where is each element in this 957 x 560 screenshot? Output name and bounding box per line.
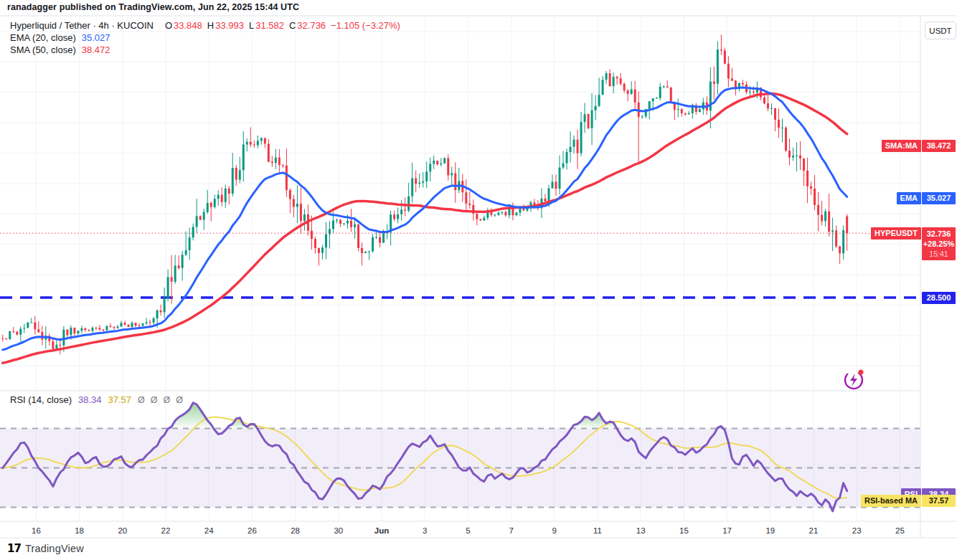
sma-price-value: 38.472	[922, 140, 956, 152]
time-axis-label: 11	[593, 526, 602, 536]
rsi-legend-row[interactable]: RSI (14, close) 38.34 37.57 ØØØØ	[10, 394, 189, 406]
rsi-empty-slots: ØØØØ	[138, 395, 189, 405]
ema-legend-row[interactable]: EMA (20, close) 35.027	[10, 32, 400, 44]
rsi-value: 38.34	[78, 394, 102, 405]
last-price-cd: 15:41	[922, 249, 956, 259]
ohlc-letter: C	[289, 19, 296, 32]
tradingview-brand[interactable]: 17 TradingView	[7, 542, 84, 555]
ohlc-letter: O	[165, 19, 172, 32]
time-axis-label: 28	[291, 526, 300, 536]
time-axis-label: 24	[204, 526, 214, 536]
rsi-empty-slot: Ø	[164, 395, 171, 405]
ema-price-badge: EMA35.027	[897, 192, 956, 204]
rsi-empty-slot: Ø	[151, 395, 158, 405]
time-axis-label: 9	[552, 526, 557, 536]
time-axis-label: 21	[809, 526, 819, 536]
ema-value: 35.027	[82, 32, 110, 44]
symbol-title: Hyperliquid / Tether · 4h · KUCOIN	[10, 19, 154, 32]
price-axis[interactable]: 44.00042.00040.00038.00036.00034.00030.0…	[921, 16, 957, 538]
ohlc-value: 33.993	[215, 19, 244, 32]
rsi-label: RSI (14, close)	[10, 394, 72, 405]
time-axis-label: 16	[32, 526, 41, 536]
time-axis-label: 25	[895, 526, 905, 536]
time-axis-label: 3	[423, 526, 427, 536]
rsi-empty-slot: Ø	[176, 395, 183, 405]
last-price-v: 32.736	[922, 229, 956, 239]
rsi-ma-badge: RSI-based MA37.57	[861, 495, 956, 507]
time-axis-label: Jun	[374, 526, 389, 536]
ema-price-badge-label: EMA	[897, 192, 921, 204]
ema-price-value: 35.027	[922, 192, 956, 204]
last-price-badge: HYPEUSDT32.736+28.25%15:41	[871, 227, 956, 260]
sma-label: SMA (50, close)	[10, 44, 76, 56]
time-axis-label: 7	[509, 526, 513, 536]
sma-value: 38.472	[82, 44, 110, 56]
ohlc-letter: L	[249, 19, 254, 32]
ohlc-letter: H	[207, 19, 214, 32]
level-price-value: 28.500	[922, 292, 956, 304]
last-price-value: 32.736+28.25%15:41	[922, 227, 956, 260]
level-price-badge: 28.500	[922, 292, 956, 304]
symbol-legend-row[interactable]: Hyperliquid / Tether · 4h · KUCOIN O33.8…	[10, 19, 400, 32]
time-axis-label: 15	[679, 526, 689, 536]
ohlc-value: 32.736	[297, 19, 326, 32]
rsi-ma-badge-value: 37.57	[922, 495, 956, 507]
chart-stage: ranadagger published on TradingView.com,…	[0, 0, 957, 560]
time-axis-label: 17	[722, 526, 732, 536]
ohlc-values: O33.848H33.993L31.582C32.736	[160, 19, 326, 32]
time-axis-label: 19	[765, 526, 775, 536]
rsi-ma-badge-label: RSI-based MA	[861, 495, 921, 507]
time-axis-label: 5	[466, 526, 470, 536]
time-axis-label: 23	[852, 526, 862, 536]
chart-canvas[interactable]	[0, 0, 957, 560]
last-price-c: +28.25%	[922, 239, 956, 249]
boost-icon[interactable]	[842, 368, 865, 391]
ohlc-value: 33.848	[174, 19, 202, 32]
sma-price-badge-label: SMA:MA	[882, 140, 921, 152]
time-axis-label: 18	[75, 526, 84, 536]
currency-toggle-button[interactable]: USDT	[925, 22, 956, 39]
time-axis-label: 22	[161, 526, 171, 536]
ema-label: EMA (20, close)	[10, 32, 76, 44]
change-value: −1.105 (−3.27%)	[331, 19, 400, 32]
ohlc-value: 31.582	[255, 19, 284, 32]
main-legend: Hyperliquid / Tether · 4h · KUCOIN O33.8…	[10, 19, 400, 56]
time-axis-label: 20	[118, 526, 127, 536]
tradingview-logo-icon: 17	[7, 542, 21, 555]
tradingview-wordmark: TradingView	[25, 543, 84, 554]
rsi-pane	[0, 403, 920, 511]
attribution-text: ranadagger published on TradingView.com,…	[7, 2, 299, 12]
time-axis-label: 13	[636, 526, 646, 536]
time-axis-label: 30	[334, 526, 343, 536]
sma-price-badge: SMA:MA38.472	[882, 140, 956, 152]
sma-legend-row[interactable]: SMA (50, close) 38.472	[10, 44, 400, 56]
rsi-empty-slot: Ø	[138, 395, 145, 405]
last-price-badge-label: HYPEUSDT	[871, 227, 921, 239]
rsi-ma-value: 37.57	[108, 394, 132, 405]
time-axis-label: 26	[248, 526, 257, 536]
